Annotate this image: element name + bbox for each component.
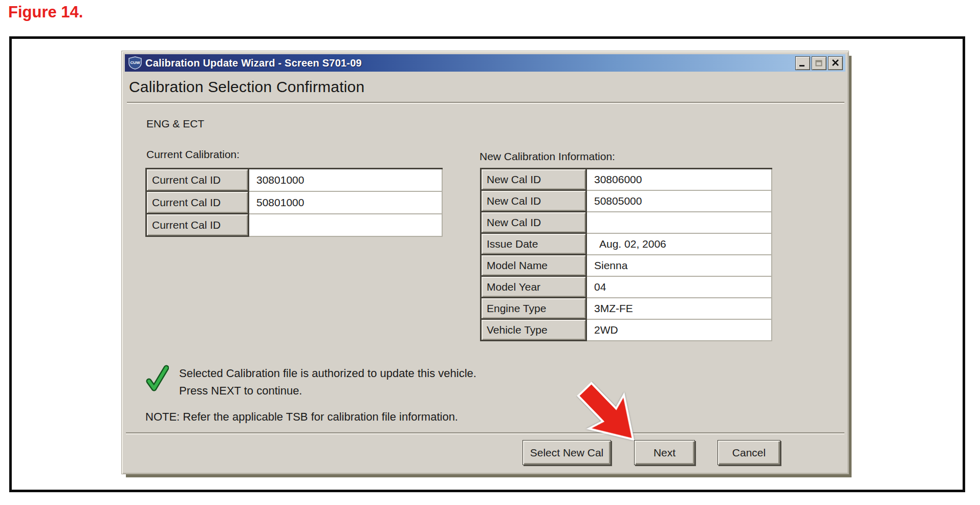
svg-text:CUW: CUW — [130, 60, 140, 65]
current-calibration-caption: Current Calibration: — [146, 148, 239, 161]
cal-value-cell: 2WD — [586, 319, 772, 341]
table-row: Engine Type 3MZ-FE — [481, 298, 772, 319]
cal-label-cell: Current Cal ID — [146, 191, 249, 214]
cal-label-cell: Current Cal ID — [146, 214, 249, 236]
cal-value-cell: 50801000 — [249, 191, 442, 214]
cal-label-cell: New Cal ID — [481, 212, 586, 233]
cal-value-cell: 30801000 — [249, 169, 442, 191]
select-new-cal-button[interactable]: Select New Cal — [522, 440, 611, 465]
titlebar: CUW Calibration Update Wizard - Screen S… — [125, 54, 845, 72]
green-checkmark-icon — [145, 364, 169, 393]
cal-value-cell: 50805000 — [586, 190, 772, 212]
status-message-line2: Press NEXT to continue. — [179, 384, 302, 398]
current-calibration-table: Current Cal ID 30801000 Current Cal ID 5… — [145, 168, 443, 237]
figure-border-box: CUW Calibration Update Wizard - Screen S… — [9, 36, 965, 492]
table-row: Current Cal ID 30801000 — [146, 169, 442, 191]
cuw-shield-icon: CUW — [128, 56, 142, 70]
maximize-button[interactable] — [812, 56, 826, 70]
minimize-icon — [798, 59, 807, 67]
cal-value-cell: Aug. 02, 2006 — [586, 233, 772, 255]
cal-label-cell: Vehicle Type — [481, 319, 586, 341]
table-row: New Cal ID 30806000 — [481, 169, 772, 190]
table-row: Model Name Sienna — [481, 255, 772, 276]
table-row: Current Cal ID — [146, 214, 442, 236]
table-row: Vehicle Type 2WD — [481, 319, 772, 341]
cal-value-cell — [249, 214, 442, 236]
cancel-button[interactable]: Cancel — [717, 440, 780, 465]
cal-value-cell — [586, 212, 772, 233]
cal-label-cell: New Cal ID — [481, 190, 586, 212]
cal-label-cell: Engine Type — [481, 298, 586, 319]
cal-value-cell: 30806000 — [586, 169, 772, 190]
table-row: Issue Date Aug. 02, 2006 — [481, 233, 772, 255]
table-row: New Cal ID — [481, 212, 772, 233]
table-row: Current Cal ID 50801000 — [146, 191, 442, 214]
page-title: Calibration Selection Confirmation — [129, 78, 364, 96]
table-row: New Cal ID 50805000 — [481, 190, 772, 212]
button-area-divider — [126, 432, 844, 434]
cal-value-cell: 04 — [586, 276, 772, 298]
cal-value-cell: 3MZ-FE — [586, 298, 772, 319]
close-icon — [831, 59, 840, 67]
new-calibration-caption: New Calibration Information: — [480, 150, 615, 163]
section-label: ENG & ECT — [146, 118, 204, 130]
minimize-button[interactable] — [795, 56, 810, 70]
cal-label-cell: New Cal ID — [481, 169, 586, 190]
cal-label-cell: Current Cal ID — [146, 169, 249, 191]
cal-value-cell: Sienna — [586, 255, 772, 276]
note-text: NOTE: Refer the applicable TSB for calib… — [145, 410, 458, 424]
calibration-wizard-dialog: CUW Calibration Update Wizard - Screen S… — [121, 51, 849, 474]
close-button[interactable] — [828, 56, 843, 70]
figure-caption: Figure 14. — [8, 3, 83, 21]
window-title: Calibration Update Wizard - Screen S701-… — [145, 57, 795, 69]
heading-divider — [127, 102, 844, 104]
cal-label-cell: Model Name — [481, 255, 586, 276]
table-row: Model Year 04 — [481, 276, 772, 298]
status-message-line1: Selected Calibration file is authorized … — [179, 367, 476, 380]
maximize-icon — [815, 59, 823, 67]
new-calibration-table: New Cal ID 30806000 New Cal ID 50805000 … — [480, 168, 772, 341]
next-button[interactable]: Next — [634, 440, 695, 465]
cal-label-cell: Model Year — [481, 276, 586, 298]
cal-label-cell: Issue Date — [481, 233, 586, 255]
